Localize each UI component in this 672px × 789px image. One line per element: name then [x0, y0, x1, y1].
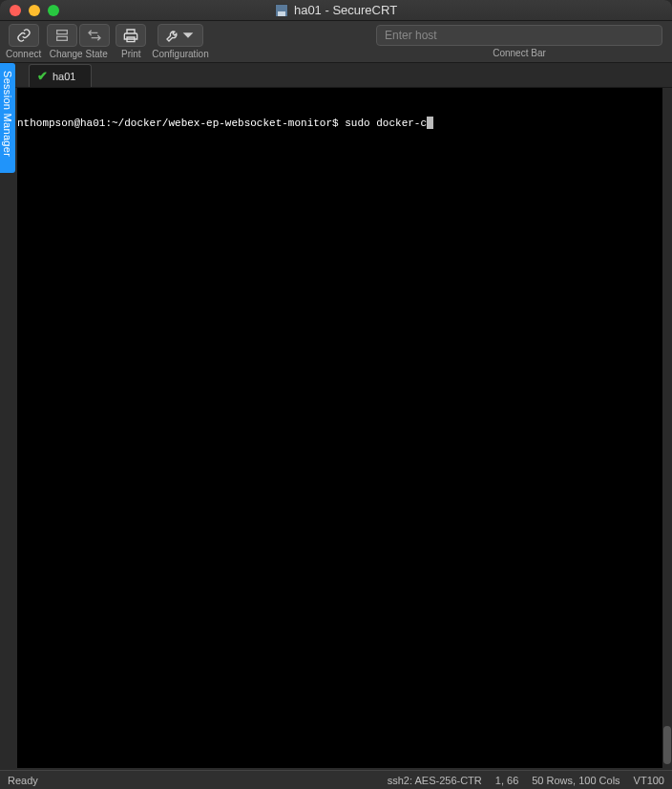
titlebar: ha01 - SecureCRT: [0, 0, 672, 21]
tools-icon: [165, 28, 180, 43]
title-center: ha01 - SecureCRT: [0, 3, 672, 17]
scroll-thumb[interactable]: [663, 726, 671, 764]
print-group: Print: [116, 24, 146, 59]
chevron-down-icon: [180, 28, 196, 43]
configuration-button[interactable]: [158, 24, 203, 47]
configuration-label: Configuration: [152, 49, 208, 59]
terminal-content: nthompson@ha01:~/docker/webex-ep-websock…: [17, 88, 666, 160]
status-bar: Ready ssh2: AES-256-CTR 1, 66 50 Rows, 1…: [0, 770, 672, 789]
toolbar: Connect Change State Print Configura: [0, 21, 672, 63]
connect-button[interactable]: [9, 24, 39, 47]
window-controls: [0, 5, 59, 16]
print-button[interactable]: [116, 24, 146, 47]
terminal-area[interactable]: nthompson@ha01:~/docker/webex-ep-websock…: [17, 88, 666, 768]
svg-rect-1: [57, 36, 68, 40]
status-cursor: 1, 66: [495, 775, 518, 786]
change-state-group: Change State: [47, 24, 110, 59]
session-tab-ha01[interactable]: ✔ ha01: [29, 64, 92, 87]
connect-label: Connect: [6, 49, 41, 59]
connect-bar-group: Connect Bar: [376, 25, 662, 58]
svg-rect-0: [57, 31, 68, 34]
change-state-button-b[interactable]: [79, 24, 110, 47]
minimize-window-button[interactable]: [29, 5, 40, 16]
terminal-cursor: [427, 117, 433, 129]
status-term: VT100: [634, 775, 664, 786]
configuration-group: Configuration: [152, 24, 208, 59]
app-icon: [275, 4, 288, 17]
vertical-scrollbar[interactable]: [662, 88, 672, 768]
link-icon: [16, 28, 32, 43]
status-size: 50 Rows, 100 Cols: [532, 775, 620, 786]
zoom-window-button[interactable]: [48, 5, 59, 16]
window-title: ha01 - SecureCRT: [294, 3, 397, 17]
connect-bar-input[interactable]: [376, 25, 662, 46]
change-state-label: Change State: [50, 49, 108, 59]
status-cipher: ssh2: AES-256-CTR: [388, 775, 482, 786]
connect-group: Connect: [6, 24, 41, 59]
change-state-button-a[interactable]: [47, 24, 77, 47]
tabs-row: ✔ ha01: [0, 63, 672, 88]
close-window-button[interactable]: [10, 5, 21, 16]
swap-icon: [87, 28, 102, 43]
session-manager-tab[interactable]: Session Manager: [0, 63, 15, 173]
prompt: nthompson@ha01:~/docker/webex-ep-websock…: [17, 117, 339, 131]
command-text: sudo docker-c: [339, 117, 427, 131]
check-icon: ✔: [37, 69, 48, 83]
printer-icon: [123, 28, 138, 43]
status-ready: Ready: [8, 775, 374, 786]
connect-bar-label: Connect Bar: [493, 48, 546, 58]
stack-icon: [54, 28, 70, 43]
tab-label: ha01: [52, 71, 75, 82]
print-label: Print: [121, 49, 141, 59]
